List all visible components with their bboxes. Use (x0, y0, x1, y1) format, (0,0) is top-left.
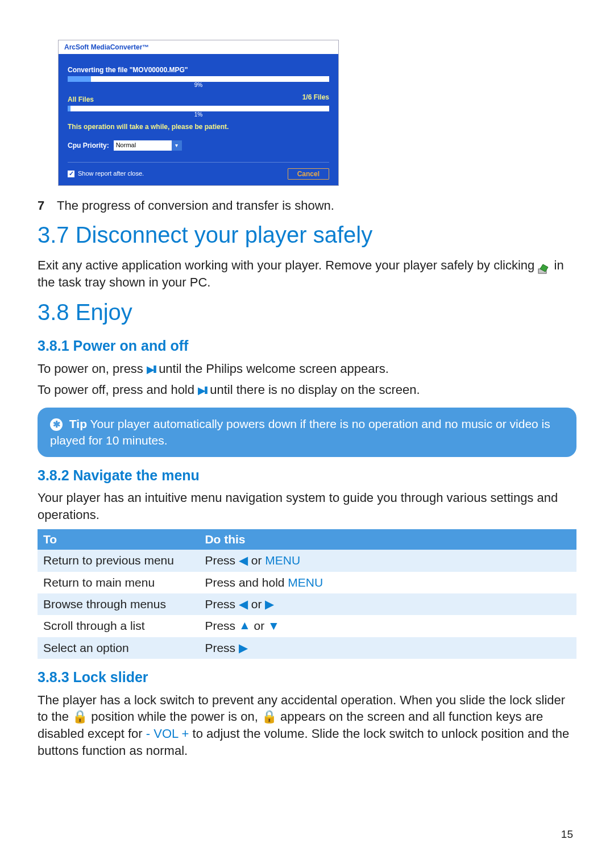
menu-key: MENU (265, 554, 300, 567)
table-row: Select an option Press ▶ (38, 637, 576, 659)
file-progress (68, 76, 329, 82)
heading-3-8-1: 3.8.1 Power on and off (38, 337, 576, 356)
tip-text: Your player automatically powers down if… (50, 417, 550, 447)
step-7-line: 7 The progress of conversion and transfe… (38, 197, 576, 214)
dialog-title: ArcSoft MediaConverter™ (59, 40, 338, 55)
tip-badge-icon: ✱ (50, 418, 63, 431)
dialog-body: Converting the file "MOV00000.MPG" 9% Al… (59, 55, 338, 185)
triangle-left-icon: ◀ (239, 554, 248, 567)
menu-key: MENU (288, 576, 323, 589)
table-row: Browse through menus Press ◀ or ▶ (38, 593, 576, 615)
triangle-down-icon: ▼ (268, 619, 280, 632)
triangle-right-icon: ▶ (265, 597, 274, 610)
play-pause-icon: ▶II (147, 364, 155, 375)
file-progress-pct: 9% (68, 81, 329, 89)
all-files-label: All Files (68, 95, 94, 104)
all-files-pct: 1% (68, 111, 329, 119)
disconnect-paragraph: Exit any active application working with… (38, 257, 576, 290)
lock-slider-paragraph: The player has a lock switch to prevent … (38, 692, 576, 759)
all-files-count: 1/6 Files (302, 93, 329, 104)
volume-key: - VOL + (146, 726, 189, 741)
heading-3-8: 3.8 Enjoy (38, 297, 576, 327)
step-text: The progress of conversion and transfer … (57, 198, 334, 213)
th-to: To (38, 529, 199, 550)
navigate-intro: Your player has an intuitive menu naviga… (38, 489, 576, 523)
chevron-down-icon: ▾ (172, 140, 182, 151)
cpu-priority-label: Cpu Priority: (68, 141, 109, 150)
lock-icon: 🔒 (72, 709, 88, 724)
step-number: 7 (38, 198, 44, 213)
arcsoft-dialog: ArcSoft MediaConverter™ Converting the f… (58, 40, 339, 186)
safely-remove-icon (538, 261, 550, 272)
th-do: Do this (199, 529, 576, 550)
page-number: 15 (561, 827, 573, 842)
table-row: Return to previous menu Press ◀ or MENU (38, 550, 576, 571)
converting-label: Converting the file "MOV00000.MPG" (68, 65, 329, 74)
power-on-line: To power on, press ▶II until the Philips… (38, 360, 576, 377)
navigation-table: To Do this Return to previous menu Press… (38, 529, 576, 659)
all-files-progress (68, 106, 329, 111)
show-report-checkbox[interactable]: ✓ Show report after close. (68, 169, 144, 178)
lock-screen-icon: 🔒 (262, 709, 277, 724)
cancel-button[interactable]: Cancel (288, 168, 329, 180)
checkmark-icon: ✓ (68, 171, 74, 177)
table-row: Scroll through a list Press ▲ or ▼ (38, 615, 576, 637)
power-off-line: To power off, press and hold ▶II until t… (38, 381, 576, 398)
heading-3-8-2: 3.8.2 Navigate the menu (38, 466, 576, 485)
heading-3-7: 3.7 Disconnect your player safely (38, 219, 576, 250)
patience-note: This operation will take a while, please… (68, 122, 329, 131)
table-row: Return to main menu Press and hold MENU (38, 572, 576, 593)
cpu-priority-select[interactable]: Normal ▾ (114, 140, 182, 151)
triangle-up-icon: ▲ (239, 617, 251, 633)
tip-label: Tip (69, 417, 87, 430)
cpu-priority-value: Normal (114, 141, 172, 149)
tip-box: ✱ Tip Your player automatically powers d… (38, 408, 576, 457)
show-report-label: Show report after close. (78, 169, 144, 178)
triangle-right-icon: ▶ (239, 641, 248, 654)
heading-3-8-3: 3.8.3 Lock slider (38, 668, 576, 687)
triangle-left-icon: ◀ (239, 597, 248, 610)
play-pause-icon: ▶II (198, 385, 206, 396)
